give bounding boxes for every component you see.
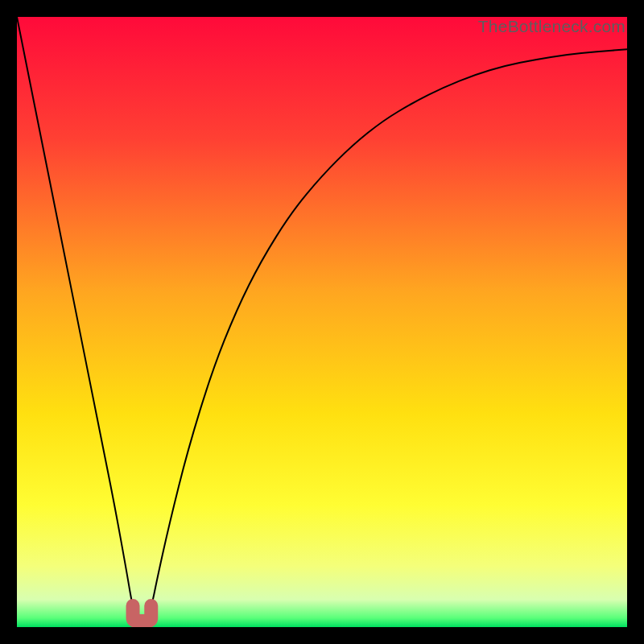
chart-frame: TheBottleneck.com xyxy=(0,0,644,644)
watermark-label: TheBottleneck.com xyxy=(477,17,627,36)
plot-area: TheBottleneck.com xyxy=(17,17,627,627)
gradient-background xyxy=(17,17,627,627)
bottleneck-chart xyxy=(17,17,627,627)
